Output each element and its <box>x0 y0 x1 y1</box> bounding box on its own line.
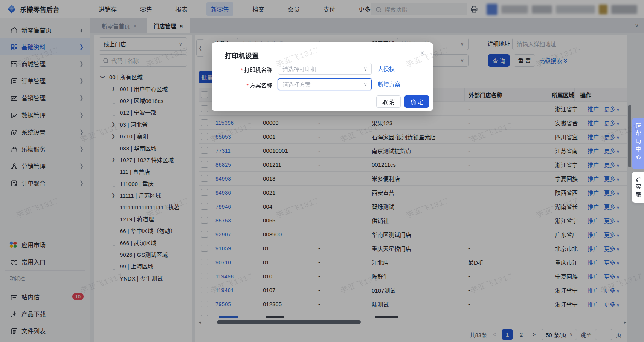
confirm-button[interactable]: 确 定 <box>404 95 429 108</box>
authorize-link[interactable]: 去授权 <box>378 63 395 75</box>
customer-service-widget[interactable]: 客服 <box>632 172 644 203</box>
printer-select[interactable]: 请选择打印机 ∨ <box>278 63 372 75</box>
help-center-widget[interactable]: 帮助中心 <box>632 118 644 169</box>
cancel-button[interactable]: 取 消 <box>376 95 401 108</box>
chevron-down-icon: ∨ <box>363 66 367 72</box>
modal-title: 打印机设置 <box>225 51 259 60</box>
plan-name-label: 方案名称 <box>212 81 272 89</box>
close-modal-icon[interactable]: × <box>420 49 425 57</box>
chevron-down-icon: ∨ <box>363 81 367 87</box>
help-chat-icon <box>635 122 641 128</box>
printer-settings-modal: 打印机设置 × 打印机名称 请选择打印机 ∨ 去授权 方案名称 请选择方案 ∨ … <box>212 42 433 111</box>
headset-icon <box>635 176 641 182</box>
plan-select[interactable]: 请选择方案 ∨ <box>278 78 372 90</box>
printer-name-label: 打印机名称 <box>212 66 272 74</box>
new-plan-link[interactable]: 新增方案 <box>378 78 400 90</box>
